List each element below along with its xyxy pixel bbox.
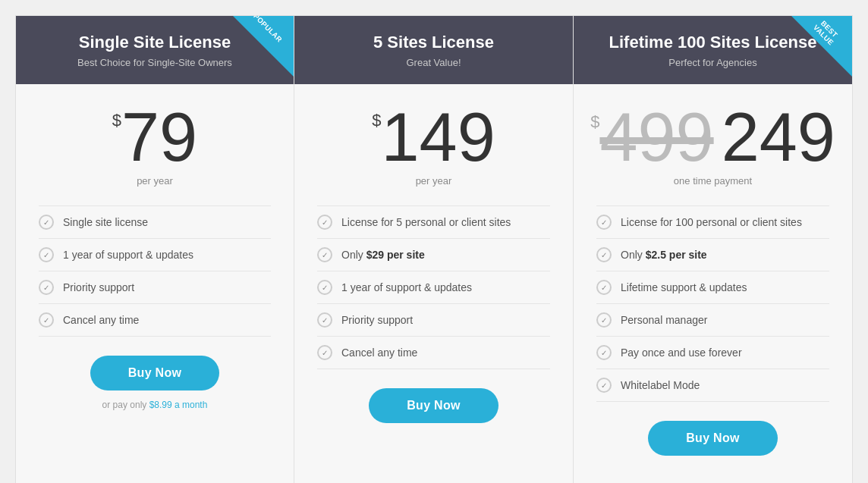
features-list: License for 100 personal or client sites… <box>596 205 829 402</box>
check-icon <box>39 312 54 328</box>
check-icon <box>596 312 612 328</box>
feature-item: Single site license <box>39 205 271 239</box>
buy-button-lifetime[interactable]: Buy Now <box>648 421 778 456</box>
check-icon <box>596 280 612 295</box>
check-icon <box>596 247 612 262</box>
price-block-single: $ 79 per year <box>39 103 271 187</box>
feature-text: 1 year of support & updates <box>341 281 472 293</box>
currency-five-sites: $ <box>372 112 381 129</box>
feature-item: Whitelabel Mode <box>596 369 829 402</box>
feature-item: Lifetime support & updates <box>596 271 829 304</box>
feature-text: License for 5 personal or client sites <box>341 216 511 228</box>
check-icon <box>39 247 54 262</box>
feature-item: License for 100 personal or client sites <box>596 205 829 239</box>
feature-item: License for 5 personal or client sites <box>317 205 550 239</box>
check-icon <box>317 280 332 295</box>
buy-button-single[interactable]: Buy Now <box>90 356 220 390</box>
feature-text: Pay once and use forever <box>621 347 742 359</box>
per-period: one time payment <box>596 175 829 187</box>
currency-single: $ <box>112 112 121 129</box>
badge-lifetime: BESTVALUE <box>791 16 852 77</box>
feature-text: 1 year of support & updates <box>63 249 193 261</box>
per-period-five-sites: per year <box>317 175 550 187</box>
plan-body-single: $ 79 per year Single site license 1 year… <box>16 84 294 433</box>
check-icon <box>317 247 332 262</box>
feature-text: Single site license <box>63 216 148 228</box>
plan-body-five-sites: $ 149 per year License for 5 personal or… <box>294 84 573 455</box>
feature-text: Lifetime support & updates <box>621 281 747 293</box>
feature-item: Only $29 per site <box>317 239 550 271</box>
check-icon <box>596 215 612 230</box>
buy-button-five-sites[interactable]: Buy Now <box>369 388 498 423</box>
check-icon <box>596 378 612 393</box>
feature-item: 1 year of support & updates <box>39 239 271 271</box>
feature-item: Only $2.5 per site <box>596 239 829 271</box>
check-icon <box>596 345 612 360</box>
plan-card-single: POPULAR Single Site License Best Choice … <box>15 15 294 483</box>
amount-five-sites: 149 <box>382 103 495 171</box>
feature-item: Priority support <box>39 271 271 304</box>
feature-text: Whitelabel Mode <box>621 379 700 391</box>
feature-text: License for 100 personal or client sites <box>621 216 802 228</box>
check-icon <box>317 312 332 328</box>
plan-header-lifetime: BESTVALUE Lifetime 100 Sites License Per… <box>574 16 852 84</box>
feature-item: Cancel any time <box>317 337 550 369</box>
feature-item: Cancel any time <box>39 304 271 337</box>
feature-text: Personal manager <box>621 314 707 326</box>
monthly-note: or pay only $8.99 a month <box>39 400 271 410</box>
feature-text: Cancel any time <box>341 347 417 359</box>
plan-body-lifetime: $ 499 249 one time payment License for 1… <box>574 84 852 483</box>
plan-card-lifetime: BESTVALUE Lifetime 100 Sites License Per… <box>574 15 853 483</box>
check-icon <box>39 215 54 230</box>
features-list: License for 5 personal or client sites O… <box>317 205 550 369</box>
feature-text: Priority support <box>63 281 134 293</box>
old-amount: 499 <box>599 103 713 171</box>
per-period-single: per year <box>39 175 271 187</box>
price-block-five-sites: $ 149 per year <box>317 103 550 187</box>
feature-text: Cancel any time <box>63 314 139 326</box>
old-currency: $ <box>590 112 599 132</box>
feature-item: Pay once and use forever <box>596 337 829 369</box>
plan-card-five-sites: 5 Sites License Great Value! $ 149 per y… <box>294 15 574 483</box>
features-list: Single site license 1 year of support & … <box>39 205 271 337</box>
feature-item: 1 year of support & updates <box>317 271 550 304</box>
new-amount: 249 <box>722 103 835 171</box>
check-icon <box>317 345 332 360</box>
plan-header-single: POPULAR Single Site License Best Choice … <box>16 16 294 84</box>
price-block-lifetime: $ 499 249 one time payment <box>596 103 829 187</box>
check-icon <box>39 280 54 295</box>
feature-item: Priority support <box>317 304 550 337</box>
feature-item: Personal manager <box>596 304 829 337</box>
plan-title-five-sites: 5 Sites License <box>310 33 558 52</box>
amount-single: 79 <box>121 103 197 171</box>
feature-text: Only $29 per site <box>341 249 425 261</box>
feature-text: Only $2.5 per site <box>621 249 707 261</box>
plan-subtitle-five-sites: Great Value! <box>310 57 558 68</box>
check-icon <box>317 215 332 230</box>
badge-single: POPULAR <box>233 16 294 77</box>
old-price: $ 499 <box>590 103 713 171</box>
pricing-container: POPULAR Single Site License Best Choice … <box>15 15 853 483</box>
feature-text: Priority support <box>341 314 413 326</box>
plan-header-five-sites: 5 Sites License Great Value! <box>294 16 573 84</box>
